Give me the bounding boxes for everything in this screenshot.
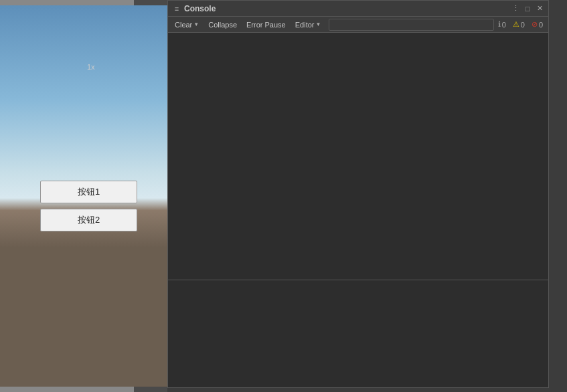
warning-count: 0 (521, 21, 525, 29)
maximize-button[interactable]: □ (523, 4, 532, 13)
close-button[interactable]: ✕ (535, 4, 544, 13)
console-toolbar: Clear ▼ Collapse Error Pause Editor ▼ ℹ … (168, 17, 548, 33)
info-badge[interactable]: ℹ 0 (495, 20, 509, 29)
clear-label: Clear (175, 21, 192, 29)
editor-dropdown-arrow: ▼ (315, 21, 321, 27)
scene-buttons-container: 按钮1 按钮2 (40, 181, 137, 231)
ground-background (0, 248, 167, 392)
editor-label: Editor (295, 21, 315, 29)
info-icon: ℹ (498, 20, 501, 29)
zoom-label: 1x (87, 63, 95, 71)
button-2[interactable]: 按钮2 (40, 209, 137, 231)
warning-badge[interactable]: ⚠ 0 (510, 20, 528, 29)
console-panel: ≡ Console ⋮ □ ✕ Clear ▼ Collapse Error P… (167, 0, 549, 388)
console-detail-area (168, 280, 548, 387)
scrollbar-thumb-top[interactable] (0, 0, 134, 5)
info-count: 0 (502, 21, 506, 29)
error-count: 0 (539, 21, 543, 29)
horizontal-scrollbar-bottom[interactable] (0, 387, 167, 392)
horizontal-scrollbar-top[interactable] (0, 0, 167, 5)
clear-button[interactable]: Clear ▼ (171, 18, 203, 31)
titlebar-controls: ⋮ □ ✕ (511, 4, 544, 13)
console-title: Console (184, 4, 511, 13)
error-icon: ⊘ (532, 20, 538, 29)
console-titlebar: ≡ Console ⋮ □ ✕ (168, 1, 548, 17)
search-input[interactable] (329, 19, 493, 31)
warning-icon: ⚠ (513, 20, 519, 29)
collapse-button[interactable]: Collapse (204, 18, 241, 31)
console-icon: ≡ (172, 4, 181, 13)
button-1[interactable]: 按钮1 (40, 181, 137, 203)
editor-button[interactable]: Editor ▼ (291, 18, 325, 31)
console-log-area[interactable] (168, 33, 548, 280)
error-badge[interactable]: ⊘ 0 (529, 20, 546, 29)
scene-panel: 1x 按钮1 按钮2 (0, 0, 167, 392)
menu-button[interactable]: ⋮ (511, 4, 520, 13)
error-pause-button[interactable]: Error Pause (242, 18, 290, 31)
clear-dropdown-arrow: ▼ (193, 21, 199, 27)
scrollbar-thumb-bottom[interactable] (0, 387, 134, 392)
